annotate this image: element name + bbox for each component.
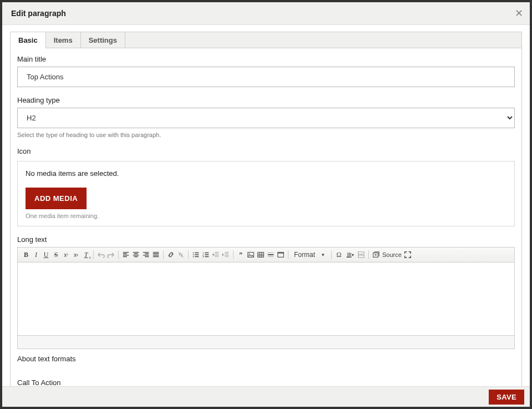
rte-footer xyxy=(18,335,514,349)
blockquote-icon[interactable]: ” xyxy=(236,250,246,260)
unlink-icon[interactable] xyxy=(176,250,186,260)
main-title-label: Main title xyxy=(17,55,515,63)
svg-rect-12 xyxy=(358,255,364,257)
media-empty-text: No media items are selected. xyxy=(26,169,506,178)
svg-point-2 xyxy=(193,256,194,257)
strikethrough-icon[interactable]: S xyxy=(51,250,61,260)
close-icon[interactable]: ✕ xyxy=(515,7,523,19)
rte-toolbar: B I U S x² x₂ T× xyxy=(18,248,514,262)
svg-point-14 xyxy=(375,254,377,256)
source-label: Source xyxy=(382,251,402,258)
toolbar-separator xyxy=(368,250,369,259)
toolbar-separator xyxy=(288,250,288,259)
tab-settings[interactable]: Settings xyxy=(81,32,125,48)
source-button[interactable]: Source xyxy=(381,250,403,260)
icon-label: Icon xyxy=(17,147,515,155)
main-title-input[interactable] xyxy=(17,67,515,87)
chevron-down-icon: ▾ xyxy=(322,252,325,257)
svg-rect-8 xyxy=(258,253,264,257)
svg-text:3: 3 xyxy=(202,255,204,258)
undo-icon[interactable] xyxy=(96,250,106,260)
svg-point-7 xyxy=(249,253,250,254)
dialog-title: Edit paragraph xyxy=(11,9,66,18)
image-icon[interactable] xyxy=(246,250,256,260)
subscript-icon[interactable]: x₂ xyxy=(71,250,81,260)
dialog-titlebar: Edit paragraph ✕ xyxy=(2,2,530,25)
toolbar-separator xyxy=(93,250,94,259)
table-icon[interactable] xyxy=(256,250,266,260)
format-dropdown-label: Format xyxy=(294,251,315,259)
link-icon[interactable] xyxy=(166,250,176,260)
long-text-label: Long text xyxy=(17,235,515,244)
iframe-icon[interactable] xyxy=(276,250,286,260)
italic-icon[interactable]: I xyxy=(31,250,41,260)
tab-basic[interactable]: Basic xyxy=(11,32,46,48)
toolbar-separator xyxy=(118,250,119,259)
tabs: Basic Items Settings xyxy=(10,32,522,48)
toolbar-separator xyxy=(233,250,234,259)
redo-icon[interactable] xyxy=(106,250,116,260)
tab-items[interactable]: Items xyxy=(46,32,81,48)
chevron-down-icon: ▾ xyxy=(352,253,354,257)
cta-label: Call To Action xyxy=(17,378,515,386)
media-library-icon[interactable] xyxy=(371,250,381,260)
numbered-list-icon[interactable]: 123 xyxy=(201,250,211,260)
remove-format-icon[interactable]: T× xyxy=(81,250,91,260)
format-dropdown[interactable]: Format ▾ xyxy=(292,251,328,259)
rte-content-area[interactable] xyxy=(18,262,514,335)
language-icon[interactable]: 旗▾ xyxy=(344,250,356,260)
dialog-body: Basic Items Settings Main title Heading … xyxy=(2,25,530,386)
align-justify-icon[interactable] xyxy=(151,250,161,260)
add-media-button[interactable]: ADD MEDIA xyxy=(26,188,87,209)
align-center-icon[interactable] xyxy=(131,250,141,260)
toolbar-separator xyxy=(163,250,164,259)
align-right-icon[interactable] xyxy=(141,250,151,260)
maximize-icon[interactable] xyxy=(403,250,413,260)
about-text-formats-link[interactable]: About text formats xyxy=(17,355,515,363)
svg-point-0 xyxy=(193,253,194,254)
dialog-scroll[interactable]: Basic Items Settings Main title Heading … xyxy=(2,25,530,386)
media-remaining-text: One media item remaining. xyxy=(26,213,506,219)
toolbar-separator xyxy=(331,250,332,259)
underline-icon[interactable]: U xyxy=(41,250,51,260)
svg-rect-10 xyxy=(278,253,284,254)
svg-rect-6 xyxy=(248,253,254,257)
dialog-footer: SAVE xyxy=(2,386,530,407)
edit-paragraph-dialog: Edit paragraph ✕ Basic Items Settings Ma… xyxy=(2,2,530,407)
svg-rect-13 xyxy=(373,253,378,257)
show-blocks-icon[interactable] xyxy=(356,250,366,260)
rich-text-editor: B I U S x² x₂ T× xyxy=(17,247,515,349)
outdent-icon[interactable] xyxy=(211,250,221,260)
indent-icon[interactable] xyxy=(221,250,231,260)
heading-type-select[interactable]: H2 xyxy=(17,108,515,128)
tab-panel-basic: Main title Heading type H2 Select the ty… xyxy=(10,48,522,386)
toolbar-separator xyxy=(188,250,189,259)
bold-icon[interactable]: B xyxy=(21,250,31,260)
save-button[interactable]: SAVE xyxy=(489,390,524,405)
horizontal-rule-icon[interactable] xyxy=(266,250,276,260)
align-left-icon[interactable] xyxy=(121,250,131,260)
heading-type-label: Heading type xyxy=(17,96,515,104)
svg-rect-11 xyxy=(358,252,364,254)
heading-type-help: Select the type of heading to use with t… xyxy=(17,132,515,138)
bulleted-list-icon[interactable] xyxy=(191,250,201,260)
svg-point-1 xyxy=(193,254,194,255)
superscript-icon[interactable]: x² xyxy=(61,250,71,260)
icon-media-box: No media items are selected. ADD MEDIA O… xyxy=(17,161,515,226)
special-char-icon[interactable]: Ω xyxy=(334,250,344,260)
